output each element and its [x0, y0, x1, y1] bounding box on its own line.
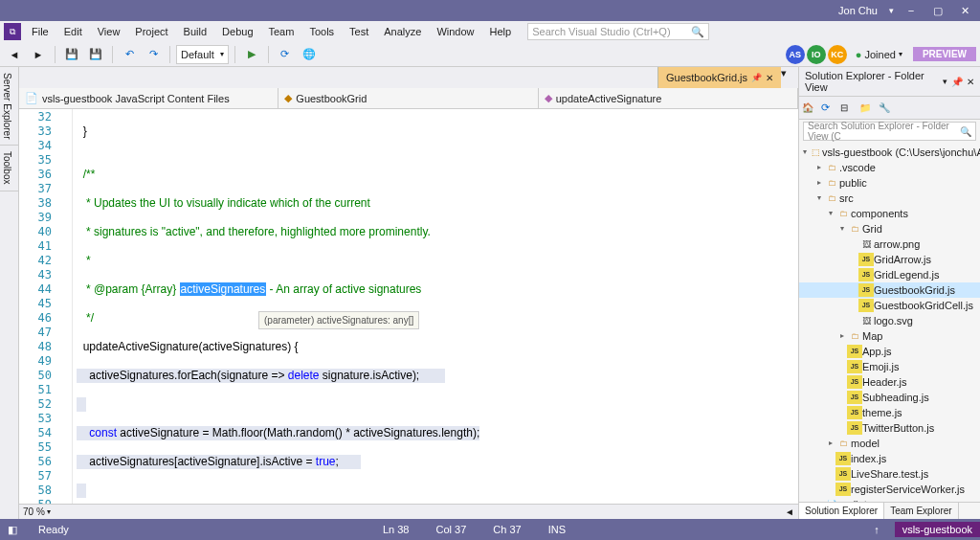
tree-node[interactable]: JS GuestbookGrid.js — [799, 282, 980, 298]
tree-node[interactable]: JS registerServiceWorker.js — [799, 482, 980, 497]
avatar[interactable]: AS — [786, 45, 805, 64]
nav-member[interactable]: ◆ updateActiveSignature — [539, 88, 798, 108]
expand-icon[interactable]: ▾ — [801, 146, 809, 159]
tree-root[interactable]: ▾ ⬚ vsls-guestbook (C:\Users\jonchu\AppD… — [799, 145, 980, 160]
status-publish-icon[interactable]: ↑ — [874, 524, 880, 535]
properties-button[interactable]: 🔧 — [879, 102, 896, 113]
undo-button[interactable]: ↶ — [119, 44, 140, 65]
tree-node[interactable]: 🖼 arrow.png — [799, 236, 980, 252]
title-bar: Jon Chu ▾ − ▢ ✕ — [0, 0, 980, 21]
status-project[interactable]: vsls-guestbook — [895, 522, 980, 537]
solution-search[interactable]: Search Solution Explorer - Folder View (… — [803, 122, 976, 141]
tree-node[interactable]: JS Header.js — [799, 374, 980, 390]
tree-node[interactable]: ▾🗀 Grid — [799, 221, 980, 236]
user-menu-icon[interactable]: ▾ — [889, 6, 894, 15]
expand-icon[interactable]: ▸ — [814, 176, 824, 190]
browser-button[interactable]: 🌐 — [299, 44, 320, 65]
collapse-button[interactable]: ⊟ — [840, 102, 858, 113]
menu-help[interactable]: Help — [483, 24, 519, 39]
config-dropdown[interactable]: Default▾ — [176, 45, 229, 64]
tree-node[interactable]: JS Subheading.js — [799, 390, 980, 405]
menu-team[interactable]: Team — [262, 24, 301, 39]
expand-icon[interactable]: ▾ — [826, 207, 835, 220]
tree-node[interactable]: JS theme.js — [799, 405, 980, 420]
user-name[interactable]: Jon Chu — [838, 5, 878, 16]
zoom-level[interactable]: 70 % — [23, 506, 45, 517]
menu-test[interactable]: Test — [343, 24, 375, 39]
save-button[interactable]: 💾 — [61, 44, 82, 65]
tree-node[interactable]: 🖼 logo.svg — [799, 313, 980, 328]
tree-node[interactable]: ▸🗀 Map — [799, 328, 980, 344]
tree-node[interactable]: JS Emoji.js — [799, 359, 980, 374]
save-all-button[interactable]: 💾 — [85, 44, 106, 65]
status-ch: Ch 37 — [487, 524, 526, 535]
pin-icon[interactable]: 📌 — [751, 73, 762, 82]
avatar[interactable]: KC — [828, 45, 847, 64]
tree-node-label: App.js — [862, 345, 892, 358]
quick-launch-search[interactable]: Search Visual Studio (Ctrl+Q) 🔍 — [527, 23, 709, 40]
server-explorer-tab[interactable]: Server Explorer — [0, 67, 18, 146]
show-all-button[interactable]: 📁 — [859, 102, 877, 113]
pane-title-bar[interactable]: Solution Explorer - Folder View ▾ 📌 ✕ — [799, 67, 980, 97]
sync-button[interactable]: ⟳ — [275, 44, 296, 65]
maximize-button[interactable]: ▢ — [928, 5, 947, 17]
tree-node[interactable]: ▾🗀 components — [799, 206, 980, 221]
solution-explorer-tab[interactable]: Solution Explorer — [799, 503, 884, 519]
avatar[interactable]: IO — [807, 45, 826, 64]
nav-forward-button[interactable]: ► — [28, 44, 49, 65]
code-surface[interactable]: } /** * Updates the UI to visually indic… — [73, 109, 798, 504]
minimize-button[interactable]: − — [902, 5, 921, 16]
menu-file[interactable]: File — [25, 24, 56, 39]
nav-back-button[interactable]: ◄ — [4, 44, 25, 65]
tree-node[interactable]: ▸🗀 .vscode — [799, 160, 980, 175]
menu-view[interactable]: View — [91, 24, 127, 39]
menu-build[interactable]: Build — [177, 24, 213, 39]
expand-icon[interactable]: ▾ — [837, 222, 847, 236]
tree-node[interactable]: JS GridLegend.js — [799, 267, 980, 282]
scroll-left-icon[interactable]: ◄ — [785, 506, 794, 517]
tree-node[interactable]: ▸🗀 public — [799, 175, 980, 191]
zoom-dropdown-icon[interactable]: ▾ — [47, 507, 51, 516]
pane-close-icon[interactable]: ✕ — [967, 77, 974, 87]
toolbox-tab[interactable]: Toolbox — [0, 146, 18, 191]
menu-project[interactable]: Project — [128, 24, 174, 39]
close-button[interactable]: ✕ — [955, 5, 974, 17]
pane-menu-icon[interactable]: ▾ — [943, 77, 947, 86]
tree-node[interactable]: ▾🗀 src — [799, 191, 980, 206]
liveshare-status[interactable]: ● Joined ▾ — [856, 49, 902, 60]
menu-tools[interactable]: Tools — [302, 24, 341, 39]
tree-node-label: GridLegend.js — [874, 268, 940, 281]
menu-window[interactable]: Window — [430, 24, 480, 39]
nav-class[interactable]: ◆ GuestbookGrid — [278, 88, 538, 108]
pane-pin-icon[interactable]: 📌 — [951, 77, 963, 87]
expand-icon[interactable]: ▸ — [814, 161, 824, 174]
js-file-icon: JS — [858, 253, 874, 266]
tree-node[interactable]: JS App.js — [799, 344, 980, 359]
tree-node[interactable]: JS GuestbookGridCell.js — [799, 298, 980, 313]
tree-node[interactable]: ▸🗀 model — [799, 436, 980, 451]
close-tab-button[interactable]: ✕ — [766, 73, 773, 83]
separator — [112, 46, 113, 63]
menu-edit[interactable]: Edit — [57, 24, 89, 39]
tree-node[interactable]: JS LiveShare.test.js — [799, 466, 980, 482]
sync-button[interactable]: ⟳ — [821, 101, 838, 114]
solution-tree[interactable]: ▾ ⬚ vsls-guestbook (C:\Users\jonchu\AppD… — [799, 143, 980, 502]
code-nav-bar: 📄 vsls-guestbook JavaScript Content File… — [19, 88, 798, 109]
expand-icon[interactable]: ▸ — [837, 329, 847, 343]
tab-overflow-button[interactable]: ▾ — [781, 67, 798, 88]
nav-scope[interactable]: 📄 vsls-guestbook JavaScript Content File… — [19, 88, 278, 108]
expand-icon[interactable]: ▸ — [826, 437, 835, 450]
start-button[interactable]: ▶ — [241, 44, 262, 65]
expand-icon[interactable]: ▾ — [814, 191, 824, 205]
team-explorer-tab[interactable]: Team Explorer — [884, 503, 958, 519]
tree-node[interactable]: JS index.js — [799, 451, 980, 466]
tree-node[interactable]: JS GridArrow.js — [799, 252, 980, 267]
preview-badge[interactable]: PREVIEW — [913, 47, 976, 61]
redo-button[interactable]: ↷ — [143, 44, 164, 65]
code-editor[interactable]: 32 33 34 35 36 37 38 39 40 41 42 43 44 4… — [19, 109, 798, 504]
tree-node[interactable]: JS TwitterButton.js — [799, 420, 980, 436]
document-tab[interactable]: GuestbookGrid.js 📌 ✕ — [657, 67, 781, 88]
menu-analyze[interactable]: Analyze — [377, 24, 428, 39]
menu-debug[interactable]: Debug — [215, 24, 259, 39]
home-button[interactable]: 🏠 — [802, 102, 819, 113]
